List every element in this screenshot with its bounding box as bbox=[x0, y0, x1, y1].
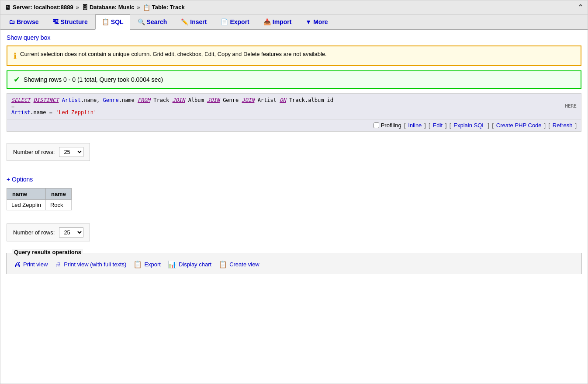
import-icon: 📥 bbox=[263, 18, 271, 25]
main-content: Show query box ℹ Current selection does … bbox=[0, 30, 588, 284]
col-header-name2: name bbox=[45, 189, 71, 200]
export-icon: 📋 bbox=[133, 260, 142, 269]
server-icon: 🖥 bbox=[5, 4, 11, 11]
rows-label-top: Number of rows: bbox=[13, 149, 55, 155]
warning-box: ℹ Current selection does not contain a u… bbox=[7, 45, 581, 66]
profiling-label: Profiling bbox=[374, 122, 401, 129]
tab-structure-label: Structure bbox=[61, 18, 88, 25]
tab-insert[interactable]: ✏️ Insert bbox=[174, 14, 213, 29]
profiling-checkbox[interactable] bbox=[374, 122, 379, 128]
rows-control-bottom: Number of rows: 25 50 100 bbox=[7, 217, 581, 248]
export-label: Export bbox=[144, 261, 161, 268]
tab-more[interactable]: ▼ More bbox=[299, 14, 334, 29]
create-view-link[interactable]: 📋 Create view bbox=[218, 260, 259, 269]
operations-title: Query results operations bbox=[12, 249, 83, 255]
print-view-link[interactable]: 🖨 Print view bbox=[14, 261, 48, 269]
insert-icon: ✏️ bbox=[181, 18, 188, 25]
db-icon: 🗄 bbox=[82, 4, 88, 11]
display-chart-label: Display chart bbox=[179, 261, 211, 268]
sql-display-area: SELECT DISTINCT Artist.name, Genre.name … bbox=[7, 93, 581, 119]
print-view-icon: 🖨 bbox=[14, 261, 21, 269]
operations-list: 🖨 Print view 🖨 Print view (with full tex… bbox=[14, 260, 574, 269]
display-chart-icon: 📊 bbox=[168, 260, 176, 269]
db-label: Database: Music bbox=[90, 4, 135, 10]
rows-control-top: Number of rows: 25 50 100 bbox=[7, 137, 581, 167]
tab-structure[interactable]: 🏗 Structure bbox=[46, 14, 94, 29]
tab-more-label: More bbox=[313, 18, 328, 25]
tab-import-label: Import bbox=[273, 18, 292, 25]
inline-link[interactable]: Inline bbox=[408, 122, 422, 129]
print-view-full-icon: 🖨 bbox=[55, 261, 62, 269]
tab-sql[interactable]: 📋 SQL bbox=[95, 14, 130, 30]
rows-label-bottom: Number of rows: bbox=[13, 229, 55, 236]
print-view-label: Print view bbox=[23, 261, 48, 268]
tab-insert-label: Insert bbox=[190, 18, 207, 25]
sep2: » bbox=[137, 4, 140, 10]
display-chart-link[interactable]: 📊 Display chart bbox=[168, 260, 211, 269]
show-query-box-link[interactable]: Show query box bbox=[7, 34, 50, 41]
table-icon: 📋 bbox=[143, 4, 150, 11]
nav-tabs: 🗂 Browse 🏗 Structure 📋 SQL 🔍 Search ✏️ I… bbox=[0, 14, 588, 30]
col-header-name1: name bbox=[7, 189, 46, 200]
export-link[interactable]: 📋 Export bbox=[133, 260, 161, 269]
tab-export[interactable]: 📄 Export bbox=[214, 14, 256, 29]
cell-genre: Rock bbox=[45, 200, 71, 210]
rows-select-bottom[interactable]: 25 50 100 bbox=[59, 227, 83, 237]
operations-box: Query results operations 🖨 Print view 🖨 … bbox=[7, 253, 581, 274]
tab-sql-label: SQL bbox=[111, 18, 124, 25]
sep1: » bbox=[76, 4, 79, 10]
table-label: Table: Track bbox=[152, 4, 185, 10]
table-row: Led Zepplin Rock bbox=[7, 200, 72, 210]
refresh-link[interactable]: Refresh bbox=[553, 122, 573, 129]
warning-text: Current selection does not contain a uni… bbox=[20, 51, 327, 57]
create-php-link[interactable]: Create PHP Code bbox=[496, 122, 542, 129]
success-box: ✔ Showing rows 0 - 0 (1 total, Query too… bbox=[7, 70, 581, 89]
options-link[interactable]: + Options bbox=[7, 176, 33, 183]
create-view-label: Create view bbox=[229, 261, 259, 268]
tab-search[interactable]: 🔍 Search bbox=[131, 14, 174, 29]
explain-sql-link[interactable]: Explain SQL bbox=[453, 122, 485, 129]
create-view-icon: 📋 bbox=[218, 260, 227, 269]
search-icon: 🔍 bbox=[138, 18, 145, 25]
export-icon: 📄 bbox=[221, 18, 228, 25]
edit-link[interactable]: Edit bbox=[433, 122, 443, 129]
check-icon: ✔ bbox=[14, 75, 20, 84]
tab-import[interactable]: 📥 Import bbox=[257, 14, 298, 29]
rows-select-top[interactable]: 25 50 100 bbox=[59, 147, 83, 157]
success-text: Showing rows 0 - 0 (1 total, Query took … bbox=[24, 76, 163, 83]
cell-artist: Led Zepplin bbox=[7, 200, 46, 210]
more-dropdown-icon: ▼ bbox=[305, 18, 311, 25]
print-view-full-link[interactable]: 🖨 Print view (with full texts) bbox=[55, 261, 126, 269]
query-toolbar: Profiling [ Inline ] [ Edit ] [ Explain … bbox=[7, 119, 581, 132]
server-label: Server: localhost:8889 bbox=[13, 4, 73, 10]
breadcrumb-bar: 🖥 Server: localhost:8889 » 🗄 Database: M… bbox=[0, 0, 588, 14]
browse-icon: 🗂 bbox=[9, 18, 15, 25]
warning-icon: ℹ bbox=[14, 51, 17, 61]
print-view-full-label: Print view (with full texts) bbox=[64, 261, 126, 268]
tab-search-label: Search bbox=[147, 18, 167, 25]
structure-icon: 🏗 bbox=[53, 18, 59, 25]
collapse-button[interactable]: ⌃ bbox=[578, 3, 583, 11]
results-table: name name Led Zepplin Rock bbox=[7, 188, 72, 210]
sql-icon: 📋 bbox=[102, 18, 109, 25]
tab-export-label: Export bbox=[230, 18, 249, 25]
tab-browse[interactable]: 🗂 Browse bbox=[2, 14, 45, 29]
tab-browse-label: Browse bbox=[17, 18, 39, 25]
